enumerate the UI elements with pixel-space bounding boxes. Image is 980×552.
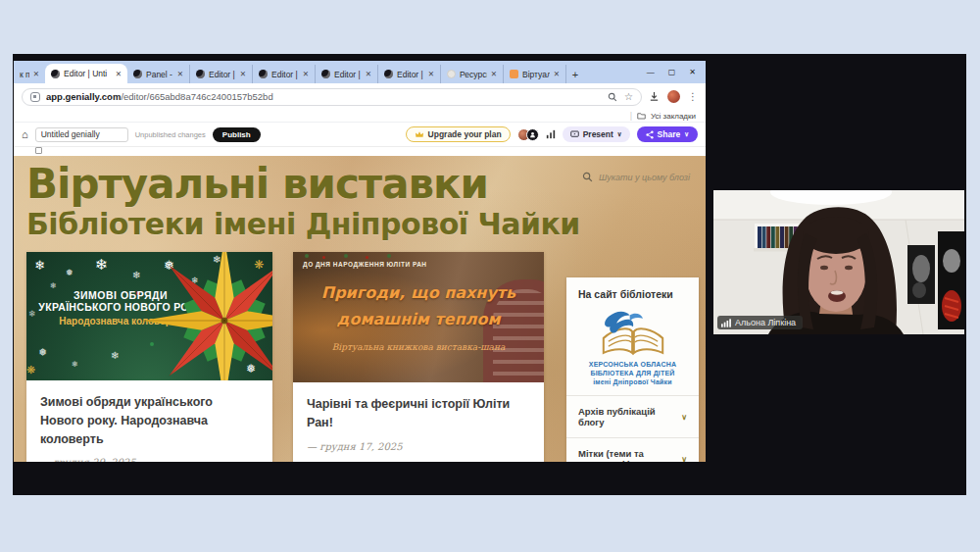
webcam-scene: [713, 190, 964, 334]
post-title[interactable]: Чарівні та феєричні історії Юліти Ран!: [307, 395, 530, 432]
browser-tab-8[interactable]: Віртуальні в ✕: [504, 65, 566, 83]
logo-line1: ХЕРСОНСЬКА ОБЛАСНА: [578, 360, 687, 369]
activity-stats-icon[interactable]: [546, 129, 556, 139]
blog-post-card[interactable]: ДО ДНЯ НАРОДЖЕННЯ ЮЛІТИ РАН Пригоди, що …: [293, 252, 544, 462]
project-title-input[interactable]: [35, 127, 128, 142]
browser-tab-2[interactable]: Panel - Geni ✕: [127, 65, 190, 83]
tab-label: Editor | Unti: [64, 69, 107, 78]
archive-accordion[interactable]: Архів публікацій блогу ∨: [578, 396, 687, 427]
tab-label: Editor | При: [209, 70, 236, 79]
search-icon[interactable]: [608, 92, 617, 102]
browser-tab-6[interactable]: Editor | Mari ✕: [378, 65, 441, 83]
browser-tab-strip: к пу ✕ Editor | Unti ✕ Panel - Geni ✕ Ed…: [14, 61, 706, 83]
window-controls: — ▢ ✕: [647, 61, 706, 83]
browser-tab-3[interactable]: Editor | При ✕: [190, 65, 253, 83]
site-info-icon[interactable]: [30, 92, 40, 102]
bookmark-star-icon[interactable]: ☆: [624, 91, 633, 102]
upgrade-label: Upgrade your plan: [428, 129, 502, 139]
tab-label: Editor | Unti: [271, 70, 299, 79]
crown-icon: [415, 130, 424, 138]
maximize-button[interactable]: ▢: [668, 69, 676, 76]
blog-title-line2: Бібліотеки імені Дніпрової Чайки: [26, 207, 580, 241]
all-bookmarks-button[interactable]: Усі закладки: [651, 112, 696, 121]
genially-favicon: [196, 70, 205, 78]
tab-close-icon[interactable]: ✕: [428, 70, 434, 78]
tags-accordion[interactable]: Мітки (теми та персоналії) ∨: [578, 438, 687, 462]
person-icon: [529, 131, 536, 138]
minimize-button[interactable]: —: [647, 69, 655, 76]
share-button[interactable]: Share ∨: [637, 126, 698, 142]
tab-label: к пу: [20, 70, 29, 79]
participant-video-tile[interactable]: Альона Ліпкіна: [713, 190, 964, 334]
tab-label: Editor | Mpi: [334, 70, 362, 79]
banner-line2: домашнім теплом: [293, 310, 544, 328]
bookmarks-folder-icon: [637, 112, 646, 120]
browser-tab-4[interactable]: Editor | Unti ✕: [253, 65, 316, 83]
tab-close-icon[interactable]: ✕: [491, 70, 497, 78]
audio-signal-icon: [721, 319, 731, 327]
screen-share-area: к пу ✕ Editor | Unti ✕ Panel - Geni ✕ Ed…: [13, 54, 966, 495]
post-date: — грудня 29, 2025: [40, 457, 259, 462]
tab-label: Panel - Geni: [146, 70, 173, 79]
url-field[interactable]: app.genially.com/editor/665abd8a746c2400…: [22, 88, 642, 106]
christmas-star-graphic: [142, 252, 272, 380]
tab-close-icon[interactable]: ✕: [303, 70, 309, 78]
logo-line2: БІБЛІОТЕКА ДЛЯ ДІТЕЙ: [578, 369, 687, 377]
post-title[interactable]: Зимові обряди українського Нового року. …: [40, 393, 259, 448]
tab-close-icon[interactable]: ✕: [177, 70, 183, 78]
banner-main-text: Пригоди, що пахнуть домашнім теплом: [293, 283, 544, 328]
library-logo-text: ХЕРСОНСЬКА ОБЛАСНА БІБЛІОТЕКА ДЛЯ ДІТЕЙ …: [578, 360, 687, 386]
upgrade-plan-button[interactable]: Upgrade your plan: [406, 126, 511, 142]
banner-subtitle: Віртуальна книжкова виставка-шана: [293, 342, 544, 352]
bookmarks-separator: |: [630, 111, 632, 121]
genially-favicon: [259, 70, 268, 78]
post-card-body: Чарівні та феєричні історії Юліти Ран! —…: [293, 382, 544, 452]
genially-favicon: [384, 70, 393, 78]
blog-preview-canvas: Віртуальні виставки Бібліотеки імені Дні…: [14, 156, 706, 462]
downloads-icon[interactable]: [649, 91, 660, 102]
browser-window: к пу ✕ Editor | Unti ✕ Panel - Geni ✕ Ed…: [14, 61, 706, 462]
guest-avatar[interactable]: [526, 128, 539, 141]
tab-close-icon[interactable]: ✕: [554, 70, 560, 78]
blog-sidebar: На сайт бібліотеки ХЕРСОНСЬКА ОБЛАСНА БІ…: [566, 277, 699, 462]
tab-close-icon[interactable]: ✕: [366, 70, 371, 78]
blog-search-box[interactable]: Шукати у цьому блозі: [582, 172, 690, 182]
present-button[interactable]: Present ∨: [563, 126, 630, 142]
browser-tab-5[interactable]: Editor | Mpi ✕: [316, 65, 378, 83]
present-label: Present: [583, 129, 613, 139]
home-icon[interactable]: ⌂: [22, 128, 28, 140]
selection-icon[interactable]: [35, 147, 42, 154]
tab-close-icon[interactable]: ✕: [116, 70, 122, 78]
library-site-link[interactable]: На сайт бібліотеки: [578, 288, 687, 300]
browser-tab-1-active[interactable]: Editor | Unti ✕: [45, 64, 127, 83]
tab-label: Editor | Mari: [397, 70, 424, 79]
share-label: Share: [658, 129, 681, 139]
archive-label: Архів публікацій блогу: [578, 406, 681, 427]
new-tab-button[interactable]: +: [566, 66, 584, 83]
genially-favicon: [321, 70, 330, 78]
browser-menu-icon[interactable]: ⋮: [688, 91, 698, 102]
tags-label: Мітки (теми та персоналії): [578, 448, 681, 462]
publish-button[interactable]: Publish: [213, 127, 261, 142]
video-meeting-screen: { "ui": { "chevron_down": "∨", "close_gl…: [0, 0, 980, 552]
bookmarks-bar: | Усі закладки: [14, 110, 706, 123]
banner-kicker: ДО ДНЯ НАРОДЖЕННЯ ЮЛІТИ РАН: [303, 261, 427, 268]
post-banner-winter: ❄ ❅ ❄ ❄ ❅ ❄ ❄ ❅ ❄ ❄ ❄ ❅ ❄ ❋: [26, 252, 272, 380]
participant-nametag: Альона Ліпкіна: [717, 316, 803, 329]
page-url[interactable]: app.genially.com/editor/665abd8a746c2400…: [46, 91, 273, 102]
genially-favicon: [133, 70, 142, 78]
browser-tab-0[interactable]: к пу ✕: [14, 65, 45, 83]
browser-address-bar: app.genially.com/editor/665abd8a746c2400…: [14, 83, 706, 110]
share-icon: [646, 130, 654, 139]
window-close-button[interactable]: ✕: [689, 69, 696, 76]
blog-post-card[interactable]: ❄ ❅ ❄ ❄ ❅ ❄ ❄ ❅ ❄ ❄ ❄ ❅ ❄ ❋: [26, 252, 272, 462]
tab-close-icon[interactable]: ✕: [33, 70, 39, 78]
tab-close-icon[interactable]: ✕: [240, 70, 246, 78]
post-banner-cozy: ДО ДНЯ НАРОДЖЕННЯ ЮЛІТИ РАН Пригоди, що …: [293, 252, 544, 382]
browser-tab-7[interactable]: Ресурси дл ✕: [441, 65, 504, 83]
genially-favicon: [51, 70, 60, 78]
library-logo: [592, 307, 674, 358]
resources-favicon: [447, 70, 456, 78]
browser-profile-avatar[interactable]: [667, 90, 680, 103]
present-screen-icon: [570, 130, 579, 138]
